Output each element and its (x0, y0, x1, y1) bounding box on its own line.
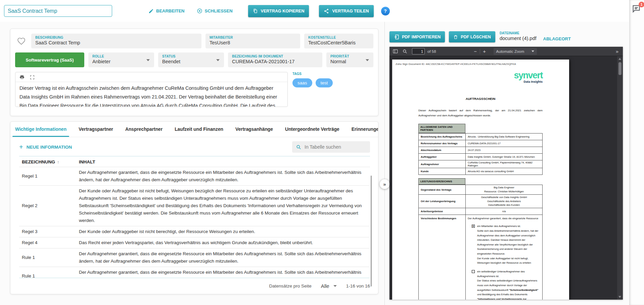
pdf-scrollbar[interactable] (617, 56, 623, 300)
toolbar-more-button[interactable]: » (616, 48, 618, 54)
scroll-down-icon[interactable] (618, 296, 621, 298)
table-scrollbar[interactable] (371, 176, 372, 287)
tab-vertragsanhaenge[interactable]: Vertragsanhänge (235, 122, 273, 137)
provisions-intro: Der Auftragnehmer garantiert, dass die e… (468, 217, 540, 220)
add-info-button[interactable]: + NEUE INFORMATION (19, 144, 72, 150)
table-row[interactable]: Regel 1Der Auftragnehmer garantiert, das… (19, 167, 370, 186)
general-table-header: ALLGEMEINE DATEN UND PARTEIEN (418, 124, 465, 133)
info-card: Wichtige InformationenVertragspartnerAns… (10, 121, 378, 294)
pdf-page: Zoho Sign Document ID: 4AC152C58-KCYWG49… (392, 60, 569, 300)
pdf-search-icon[interactable] (403, 49, 407, 54)
details-row-1: BESCHREIBUNG SaaS Contract Temp MITARBEI… (15, 34, 373, 48)
sidebar-toggle-icon[interactable] (393, 49, 398, 53)
copy-contract-button[interactable]: VERTRAG KOPIEREN (248, 5, 309, 17)
edit-button[interactable]: BEARBEITEN (148, 8, 185, 14)
expand-icon[interactable] (30, 75, 35, 80)
plus-icon: + (19, 144, 23, 150)
pdf-row-label: Verschiedene Bestimmungen (419, 215, 466, 300)
table-row[interactable]: Regel 3Der Kunde oder Auftraggeber ist n… (19, 226, 370, 237)
row-inhalt: Der Auftragnehmer garantiert, dass die e… (76, 167, 370, 186)
pdf-row-value: Der Auftragnehmer garantiert, dass die e… (466, 215, 543, 300)
close-button[interactable]: SCHLIESSEN (197, 8, 233, 14)
storage-location-link[interactable]: ABLAGEORT (543, 36, 571, 41)
page-number-input[interactable] (412, 48, 425, 54)
table-row[interactable]: Regel 4Das Recht einer jeden Vertragspar… (19, 237, 370, 249)
table-row[interactable]: Rule 1Der Auftragnehmer garantiert, dass… (19, 267, 370, 278)
contract-title-input[interactable] (4, 5, 112, 17)
page-count-label: of 58 (427, 49, 436, 53)
pdf-viewer: of 58 − + Automatic Zoom » (389, 47, 623, 300)
pdf-delete-button[interactable]: PDF LÖSCHEN (449, 31, 495, 42)
tags-block: TAGS saastest (292, 72, 333, 107)
tab-wichtige-informationen[interactable]: Wichtige Informationen (15, 122, 66, 137)
chevron-down-icon (216, 59, 220, 61)
details-row-3: Dieser Vertrag ist ein Auftragsschein zw… (15, 72, 373, 107)
table-row[interactable]: Rule 1Der Auftragnehmer garantiert, dass… (19, 249, 370, 267)
dokument-bezeichnung-field: BEZEICHNUNG IM DOKUMENT CUREMA-DATA-2021… (228, 52, 322, 67)
pdf-table-row: Referenznummer des VertragsCUREMA-DATA-2… (419, 140, 543, 147)
tab-laufzeit-und-finanzen[interactable]: Laufzeit und Finanzen (175, 122, 223, 137)
row-inhalt: Das Recht einer jeden Vertragspartei, da… (76, 237, 370, 249)
print-icon[interactable] (19, 75, 25, 80)
pdf-row-value: Data Insights GmbH, Gotzinger Straße 19,… (466, 154, 543, 160)
edit-label: BEARBEITEN (156, 8, 185, 13)
info-table-body: Regel 1Der Auftragnehmer garantiert, das… (19, 167, 370, 278)
rows-per-page-label: Datensätze pro Seite (269, 283, 312, 289)
pdf-canvas: Zoho Sign Document ID: 4AC152C58-KCYWG49… (389, 56, 623, 300)
table-search-input[interactable] (305, 144, 366, 150)
pdf-row-label: Arbeitsergebnisse (419, 208, 466, 215)
prioritaet-select[interactable]: PRIORITÄT Normal (326, 52, 373, 67)
pdf-row-value: 24.07.2023 (466, 147, 543, 154)
dokument-bezeichnung-label: BEZEICHNUNG IM DOKUMENT (232, 54, 318, 58)
pdf-import-label: PDF IMPORTIEREN (402, 35, 441, 39)
notifications-button[interactable]: 1 (632, 4, 642, 14)
beschreibung-label: BESCHREIBUNG (35, 36, 197, 39)
table-search-box (292, 141, 370, 153)
tag-pill[interactable]: test (316, 78, 333, 87)
rows-per-page-select[interactable]: Alle (321, 283, 337, 289)
rolle-select[interactable]: ROLLE Anbieter (88, 52, 154, 67)
zoom-out-button[interactable]: − (471, 47, 480, 56)
dokument-bezeichnung-value: CUREMA-DATA-2021001-17 (232, 59, 318, 64)
panel-expand-button[interactable]: » (380, 179, 389, 189)
filename-label: DATEINAME (500, 31, 537, 35)
pdf-row-value: CUREMA-DATA-2021001-17 (466, 140, 543, 147)
favorite-heart-icon[interactable] (15, 34, 27, 48)
zoom-level-select[interactable]: Automatic Zoom (494, 48, 537, 55)
table-row[interactable]: Regel 2Der Kunde oder Auftraggeber ist n… (19, 186, 370, 226)
tab-erinnerungen[interactable]: Erinnerunge (352, 122, 378, 137)
tab-untergeordnete-vertraege[interactable]: Untergeordnete Verträge (285, 122, 339, 137)
pdf-row-value: Geschäftsstelle von Data Insights GmbHGe… (466, 194, 543, 208)
tab-ansprechpartner[interactable]: Ansprechpartner (125, 122, 163, 137)
services-table-header: LEISTUNGSVERZEICHNIS (418, 178, 465, 185)
filename-block: DATEINAME document (4).pdf (500, 31, 537, 41)
pdf-import-button[interactable]: PDF IMPORTIEREN (389, 31, 445, 42)
mitarbeiter-value: TesUser8 (210, 40, 296, 45)
column-header-bezeichnung[interactable]: BEZEICHNUNG↑ (19, 156, 76, 167)
description-box: Dieser Vertrag ist ein Auftragsschein zw… (15, 72, 288, 107)
description-toolbar (15, 72, 287, 82)
pdf-row-label: Gegenstand des Vertrags (419, 185, 466, 195)
status-select[interactable]: STATUS Beendet (158, 52, 224, 67)
status-label: STATUS (162, 54, 220, 58)
pdf-actions-row: PDF IMPORTIEREN PDF LÖSCHEN DATEINAME do… (389, 31, 623, 42)
mitarbeiter-field: MITARBEITER TesUser8 (205, 34, 300, 48)
main-content: BEARBEITEN SCHLIESSEN VERTRAG KOPIEREN V… (0, 0, 629, 305)
column-header-inhalt[interactable]: INHALT (76, 156, 370, 167)
chevron-down-icon (146, 59, 150, 61)
pdf-table-row: AuftragnehmerCuReMa Consulting GmbH, Pap… (419, 160, 543, 168)
tab-vertragspartner[interactable]: Vertragspartner (79, 122, 113, 137)
copy-icon (253, 8, 258, 14)
add-info-label: NEUE INFORMATION (27, 145, 72, 150)
help-button[interactable]: ? (381, 7, 390, 15)
help-label: ? (384, 8, 387, 14)
checkbox-unchecked-icon (472, 270, 475, 273)
zoom-in-button[interactable]: + (480, 47, 489, 56)
tag-pill[interactable]: saas (292, 78, 312, 87)
tabs-row: Wichtige InformationenVertragspartnerAns… (10, 122, 378, 137)
pdf-row-label: Abschlussdatum (419, 147, 466, 154)
share-contract-button[interactable]: VERTRAG TEILEN (319, 5, 373, 17)
scrollbar-thumb[interactable] (618, 62, 622, 75)
info-table-zone: BEZEICHNUNG↑ INHALT Regel 1Der Auftragne… (19, 156, 370, 278)
scroll-up-icon[interactable] (618, 58, 621, 60)
